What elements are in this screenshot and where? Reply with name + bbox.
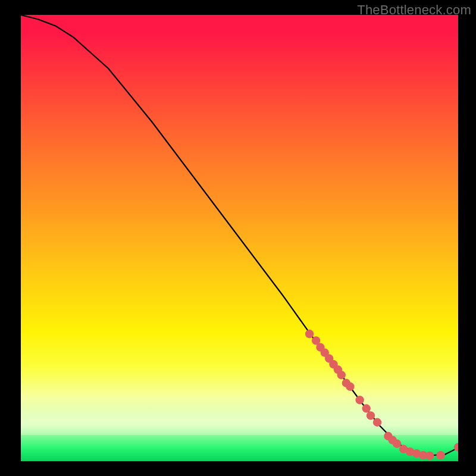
highlight-dot: [436, 451, 444, 459]
chart-frame: TheBottleneck.com: [0, 0, 476, 476]
highlight-dot: [425, 452, 434, 460]
highlight-dot: [305, 330, 314, 338]
highlight-dot: [346, 383, 354, 391]
watermark-text: TheBottleneck.com: [357, 2, 471, 18]
highlight-dot: [362, 404, 370, 412]
chart-svg: [21, 15, 458, 461]
highlight-dot-group: [305, 330, 458, 460]
plot-area: [21, 15, 458, 461]
highlight-dot: [355, 396, 364, 404]
highlight-dot: [373, 418, 381, 427]
highlight-dot: [367, 411, 375, 419]
highlight-dot: [337, 371, 346, 379]
curve-line: [21, 15, 458, 455]
